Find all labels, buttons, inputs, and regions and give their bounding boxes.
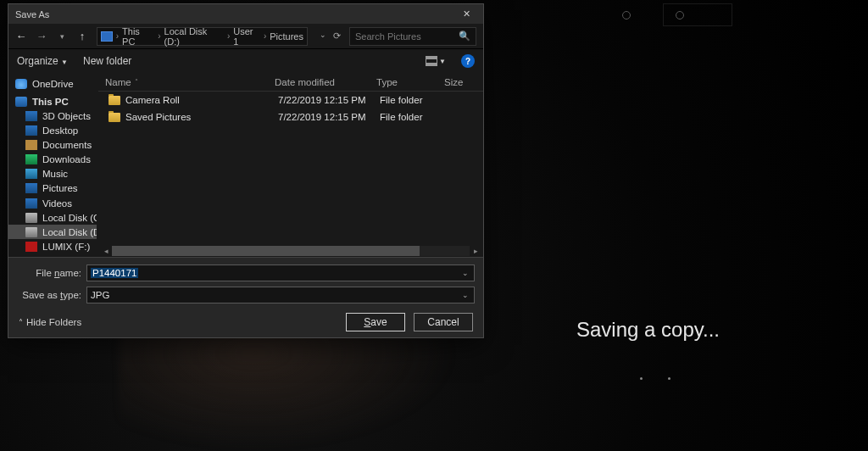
column-date[interactable]: Date modified xyxy=(268,77,370,87)
search-placeholder: Search Pictures xyxy=(355,31,421,42)
column-name[interactable]: Name˄ xyxy=(98,77,268,87)
folder-icon xyxy=(108,113,120,122)
chevron-down-icon[interactable]: ⌄ xyxy=(462,291,469,299)
nav-bar: ← → ▾ ↑ › This PC › Local Disk (D:) › Us… xyxy=(8,24,483,49)
tree-node-onedrive[interactable]: OneDrive xyxy=(8,76,97,91)
3dobjects-icon xyxy=(25,111,37,121)
filename-input[interactable]: P1440171 ⌄ xyxy=(86,264,475,281)
breadcrumb-seg-1[interactable]: Local Disk (D:) xyxy=(164,26,224,47)
filename-value: P1440171 xyxy=(91,268,138,278)
savetype-label: Save as type: xyxy=(17,290,81,300)
saving-copy-status: Saving a copy... xyxy=(576,318,720,342)
nav-back-icon[interactable]: ← xyxy=(15,30,27,42)
camera-icon xyxy=(25,242,37,252)
chevron-right-icon[interactable]: › xyxy=(227,31,230,41)
chevron-right-icon[interactable]: › xyxy=(264,31,266,41)
cancel-button[interactable]: Cancel xyxy=(414,313,473,331)
pc-icon xyxy=(15,97,27,107)
pc-icon xyxy=(101,31,113,42)
tree-node-thispc[interactable]: This PC xyxy=(8,95,97,109)
save-button[interactable]: Save xyxy=(346,313,405,331)
chevron-down-icon[interactable]: ⌄ xyxy=(462,269,469,277)
tree-node-documents[interactable]: Documents xyxy=(8,138,97,153)
close-button[interactable]: ✕ xyxy=(449,4,483,24)
tree-node-desktop[interactable]: Desktop xyxy=(8,124,97,138)
savetype-select[interactable]: JPG ⌄ xyxy=(86,287,475,303)
folder-icon xyxy=(108,96,120,105)
scroll-track[interactable] xyxy=(112,246,470,256)
breadcrumb-controls: ⌄ ⟳ xyxy=(320,31,341,42)
dialog-titlebar[interactable]: Save As ✕ xyxy=(8,4,483,24)
tree-node-downloads[interactable]: Downloads xyxy=(8,153,97,167)
scroll-left-icon[interactable]: ◂ xyxy=(100,246,112,256)
scroll-thumb[interactable] xyxy=(112,246,420,256)
chevron-down-icon: ▼ xyxy=(61,58,68,66)
music-icon xyxy=(25,169,37,179)
sort-caret-icon: ˄ xyxy=(135,78,138,86)
nav-forward-icon[interactable]: → xyxy=(36,30,47,42)
disk-icon xyxy=(25,213,37,223)
chevron-down-icon: ▼ xyxy=(439,58,446,65)
navigation-tree[interactable]: OneDrive This PC 3D Objects Desktop Docu… xyxy=(8,73,97,257)
organize-button[interactable]: Organize ▼ xyxy=(17,55,68,67)
list-item[interactable]: Camera Roll 7/22/2019 12:15 PM File fold… xyxy=(98,92,483,109)
tree-node-videos[interactable]: Videos xyxy=(8,196,97,210)
help-button[interactable]: ? xyxy=(461,54,475,68)
search-input[interactable]: Search Pictures 🔍 xyxy=(349,27,476,46)
nav-up-icon[interactable]: ↑ xyxy=(76,30,88,42)
file-rows[interactable]: Camera Roll 7/22/2019 12:15 PM File fold… xyxy=(98,92,483,245)
hide-folders-button[interactable]: ˄ Hide Folders xyxy=(19,317,81,327)
tree-node-disk-c[interactable]: Local Disk (C:) xyxy=(8,210,97,225)
videos-icon xyxy=(25,198,37,209)
chevron-right-icon[interactable]: › xyxy=(116,31,119,41)
command-bar: Organize ▼ New folder ▼ ? xyxy=(8,49,483,73)
progress-dots xyxy=(640,377,670,380)
list-item[interactable]: Saved Pictures 7/22/2019 12:15 PM File f… xyxy=(98,109,483,125)
new-folder-button[interactable]: New folder xyxy=(83,55,131,67)
chevron-down-icon[interactable]: ⌄ xyxy=(320,31,326,42)
bg-button-2 xyxy=(663,3,732,26)
column-size[interactable]: Size xyxy=(437,77,480,87)
chevron-right-icon[interactable]: › xyxy=(158,31,160,41)
dialog-footer: ˄ Hide Folders Save Cancel xyxy=(8,307,483,337)
onedrive-icon xyxy=(15,79,27,89)
tree-node-pictures[interactable]: Pictures xyxy=(8,181,97,196)
breadcrumb-seg-2[interactable]: User 1 xyxy=(233,26,260,47)
column-type[interactable]: Type xyxy=(370,77,437,87)
breadcrumb-seg-0[interactable]: This PC xyxy=(122,26,154,47)
disk-icon xyxy=(25,227,37,237)
scroll-right-icon[interactable]: ▸ xyxy=(470,246,481,256)
list-view-icon xyxy=(426,56,437,66)
downloads-icon xyxy=(25,154,37,164)
view-options-button[interactable]: ▼ xyxy=(426,56,446,66)
form-area: File name: P1440171 ⌄ Save as type: JPG … xyxy=(8,257,483,307)
dialog-title: Save As xyxy=(15,9,49,19)
horizontal-scrollbar[interactable]: ◂ ▸ xyxy=(98,245,483,257)
filename-label: File name: xyxy=(17,268,81,278)
save-as-dialog: Save As ✕ ← → ▾ ↑ › This PC › Local Disk… xyxy=(8,3,484,338)
close-icon: ✕ xyxy=(463,8,470,19)
tree-node-music[interactable]: Music xyxy=(8,167,97,181)
breadcrumb-bar[interactable]: › This PC › Local Disk (D:) › User 1 › P… xyxy=(97,27,308,46)
tree-node-lumix[interactable]: LUMIX (F:) xyxy=(8,239,97,253)
documents-icon xyxy=(25,140,37,150)
breadcrumb-seg-3[interactable]: Pictures xyxy=(270,31,303,42)
refresh-icon[interactable]: ⟳ xyxy=(333,31,341,42)
desktop-icon xyxy=(25,125,37,136)
chevron-up-icon: ˄ xyxy=(19,318,23,327)
pictures-icon xyxy=(25,183,37,193)
savetype-value: JPG xyxy=(91,290,109,300)
bg-button-1 xyxy=(610,3,658,26)
file-list: Name˄ Date modified Type Size Camera Rol… xyxy=(98,73,483,257)
tree-node-disk-d[interactable]: Local Disk (D:) xyxy=(8,225,97,239)
photos-toolbar xyxy=(610,3,732,26)
column-headers: Name˄ Date modified Type Size xyxy=(98,73,483,92)
search-icon: 🔍 xyxy=(459,31,470,42)
tree-node-3dobjects[interactable]: 3D Objects xyxy=(8,109,97,124)
nav-recent-icon[interactable]: ▾ xyxy=(56,32,68,41)
